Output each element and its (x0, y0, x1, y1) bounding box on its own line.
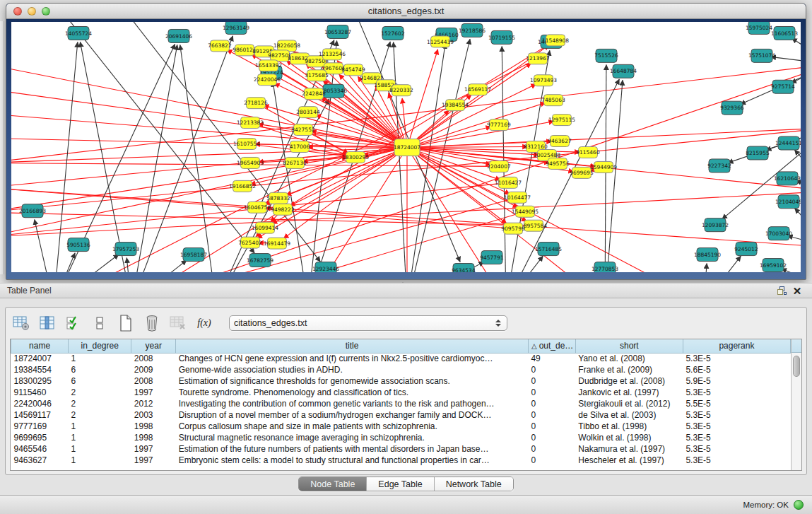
table-cell[interactable]: Wolkin et al. (1998) (575, 432, 683, 443)
table-row[interactable]: 1456911722003Disruption of a novel membe… (11, 409, 791, 421)
table-cell[interactable]: Dudbridge et al. (2008) (575, 375, 683, 387)
table-cell[interactable]: 5.9E-5 (683, 375, 790, 387)
tab-edge-table[interactable]: Edge Table (367, 477, 434, 491)
table-selector-dropdown[interactable]: citations_edges.txt (229, 315, 507, 331)
table-cell[interactable]: 2008 (131, 353, 176, 364)
tab-network-table[interactable]: Network Table (435, 477, 513, 491)
table-cell[interactable]: Changes of HCN gene expression and I(f) … (176, 353, 529, 364)
table-cell[interactable]: 0 (528, 455, 575, 466)
table-cell[interactable]: 22420046 (11, 398, 69, 409)
table-cell[interactable]: Tourette syndrome. Phenomenology and cla… (176, 387, 529, 398)
window-titlebar[interactable]: citations_edges.txt (6, 4, 806, 19)
table-cell[interactable]: 1 (69, 443, 131, 455)
table-cell[interactable]: 5.5E-5 (683, 398, 790, 409)
table-cell[interactable]: Tibbo et al. (1998) (575, 421, 683, 432)
table-cell[interactable]: 1997 (131, 387, 176, 398)
table-cell[interactable]: 9115460 (11, 387, 69, 398)
table-cell[interactable]: 9465546 (11, 443, 69, 455)
table-cell[interactable]: Stergiakouli et al. (2012) (575, 398, 683, 409)
table-row[interactable]: 1830029562008Estimation of significance … (11, 375, 791, 387)
table-row[interactable]: 1938455462009Genome-wide association stu… (11, 364, 791, 375)
column-header[interactable]: name (11, 339, 69, 353)
table-cell[interactable]: 1998 (131, 421, 176, 432)
table-cell[interactable]: 5.6E-5 (683, 364, 790, 375)
table-cell[interactable]: 0 (528, 421, 575, 432)
table-row[interactable]: 1872400712008Changes of HCN gene express… (11, 353, 791, 364)
table-cell[interactable]: 18724007 (11, 353, 69, 364)
toggle-rows-button[interactable] (90, 314, 110, 332)
table-cell[interactable]: Disruption of a novel member of a sodium… (176, 409, 529, 421)
table-cell[interactable]: Nakamura et al. (1997) (575, 443, 683, 455)
table-cell[interactable]: 2008 (131, 375, 176, 387)
table-cell[interactable]: Embryonic stem cells: a model to study s… (176, 455, 529, 466)
table-cell[interactable]: 19384554 (11, 364, 69, 375)
table-cell[interactable]: 0 (528, 443, 575, 455)
table-cell[interactable]: 5.3E-5 (683, 443, 790, 455)
table-cell[interactable]: 0 (528, 387, 575, 398)
table-cell[interactable]: 1 (69, 432, 131, 443)
column-header[interactable]: in_degree (69, 339, 131, 353)
table-cell[interactable]: Jankovic et al. (1997) (575, 387, 683, 398)
attribute-table[interactable]: namein_degreeyeartitle△out_de…shortpager… (11, 339, 791, 466)
table-cell[interactable]: 9699695 (11, 432, 69, 443)
close-panel-button[interactable]: ✕ (789, 284, 805, 297)
table-cell[interactable]: 0 (528, 364, 575, 375)
table-row[interactable]: 911546021997Tourette syndrome. Phenomeno… (11, 387, 791, 398)
table-cell[interactable]: 2003 (131, 409, 176, 421)
column-header[interactable]: title (176, 339, 529, 353)
table-cell[interactable]: 6 (69, 364, 131, 375)
table-cell[interactable]: 14569117 (11, 409, 69, 421)
table-cell[interactable]: 5.3E-5 (683, 455, 790, 466)
float-panel-button[interactable] (774, 284, 789, 297)
table-cell[interactable]: Hescheler et al. (1997) (575, 455, 683, 466)
table-cell[interactable]: 18300295 (11, 375, 69, 387)
table-cell[interactable]: 0 (528, 398, 575, 409)
table-cell[interactable]: 1997 (131, 455, 176, 466)
table-cell[interactable]: 1 (69, 421, 131, 432)
column-header[interactable]: short (575, 339, 683, 353)
table-cell[interactable]: 2 (69, 398, 131, 409)
scrollbar-thumb[interactable] (793, 356, 800, 377)
minimize-window-icon[interactable] (28, 7, 36, 16)
select-columns-button[interactable] (64, 314, 83, 332)
table-cell[interactable]: 2 (69, 387, 131, 398)
table-cell[interactable]: 5.3E-5 (683, 421, 790, 432)
table-cell[interactable]: 1 (69, 353, 131, 364)
table-cell[interactable]: Structural magnetic resonance image aver… (176, 432, 529, 443)
table-cell[interactable]: Estimation of significance thresholds fo… (176, 375, 529, 387)
table-row[interactable]: 2242004622012Investigating the contribut… (11, 398, 791, 409)
column-header[interactable]: △out_de… (528, 339, 575, 353)
zoom-window-icon[interactable] (42, 7, 50, 16)
table-cell[interactable]: 49 (528, 353, 575, 364)
table-cell[interactable]: Corpus callosum shape and size in male p… (176, 421, 529, 432)
table-cell[interactable]: 0 (528, 432, 575, 443)
table-row[interactable]: 969969511998Structural magnetic resonanc… (11, 432, 791, 443)
function-builder-button[interactable]: f(x) (194, 314, 214, 332)
table-row[interactable]: 946554611997Estimation of the future num… (11, 443, 791, 455)
close-window-icon[interactable] (13, 7, 22, 16)
table-cell[interactable]: 5.3E-5 (683, 353, 790, 364)
create-column-button[interactable] (116, 314, 136, 332)
table-cell[interactable]: 5.3E-5 (683, 387, 790, 398)
table-cell[interactable]: Estimation of the future numbers of pati… (176, 443, 529, 455)
column-header[interactable]: year (131, 339, 176, 353)
table-cell[interactable]: 1997 (131, 443, 176, 455)
table-cell[interactable]: Genome-wide association studies in ADHD. (176, 364, 529, 375)
table-cell[interactable]: de Silva et al. (2003) (575, 409, 683, 421)
table-cell[interactable]: Franke et al. (2009) (575, 364, 683, 375)
tab-node-table[interactable]: Node Table (299, 477, 367, 491)
network-canvas[interactable]: 1405572420691406129631491065328715276026… (11, 22, 801, 272)
table-cell[interactable]: Investigating the contribution of common… (176, 398, 529, 409)
table-row[interactable]: 946362711997Embryonic stem cells: a mode… (11, 455, 791, 466)
delete-table-button[interactable] (168, 314, 188, 332)
vertical-scrollbar[interactable] (791, 339, 801, 470)
table-row[interactable]: 977716911998Corpus callosum shape and si… (11, 421, 791, 432)
table-cell[interactable]: 6 (69, 375, 131, 387)
table-cell[interactable]: 5.3E-5 (683, 432, 790, 443)
table-cell[interactable]: Yano et al. (2008) (575, 353, 683, 364)
table-cell[interactable]: 2009 (131, 364, 176, 375)
table-cell[interactable]: 0 (528, 409, 575, 421)
table-cell[interactable]: 5.3E-5 (683, 409, 790, 421)
table-cell[interactable]: 1 (69, 455, 131, 466)
table-cell[interactable]: 1998 (131, 432, 176, 443)
